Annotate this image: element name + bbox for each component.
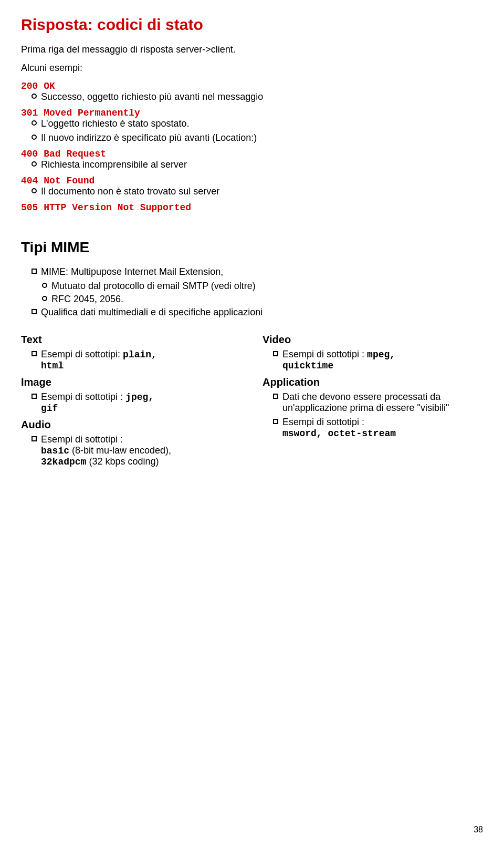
cat-application-item1: Dati che devono essere processati da un'… bbox=[273, 391, 483, 414]
mime-application-category: Application Dati che devono essere proce… bbox=[262, 376, 483, 439]
status-301-text2: Il nuovo indirizzo è specificato più ava… bbox=[41, 132, 257, 143]
code-505: 505 HTTP Version Not Supported bbox=[21, 202, 483, 213]
cat-image-item-text: Esempi di sottotipi : jpeg,gif bbox=[41, 391, 154, 414]
mime-item-1: MIME: Multipupose Internet Mail Extensio… bbox=[32, 266, 483, 277]
mime-image-category: Image Esempi di sottotipi : jpeg,gif bbox=[21, 376, 242, 414]
status-200-text: Successo, oggetto richiesto più avanti n… bbox=[41, 91, 263, 102]
mime-col-right: Video Esempi di sottotipi : mpeg,quickti… bbox=[262, 328, 483, 470]
mime-section: Tipi MIME MIME: Multipupose Internet Mai… bbox=[21, 239, 483, 318]
bullet-square-icon bbox=[32, 309, 37, 314]
status-301-bullet1: L'oggetto richiesto è stato spostato. bbox=[32, 118, 483, 129]
mime-sub1: Mutuato dal protocollo di email SMTP (ve… bbox=[42, 281, 483, 292]
cat-video-item: Esempi di sottotipi : mpeg,quicktime bbox=[273, 349, 483, 371]
cat-audio-label: Audio bbox=[21, 419, 242, 431]
status-400: 400 Bad Request Richiesta incomprensibil… bbox=[21, 149, 483, 170]
cat-application-label: Application bbox=[262, 376, 483, 388]
page-title: Risposta: codici di stato bbox=[21, 16, 483, 34]
intro-line1: Prima riga del messaggio di risposta ser… bbox=[21, 44, 483, 55]
cat-video-item-text: Esempi di sottotipi : mpeg,quicktime bbox=[282, 349, 395, 371]
bullet-circle-icon bbox=[32, 161, 37, 167]
bullet-circle-icon bbox=[42, 283, 47, 288]
mime-title: Tipi MIME bbox=[21, 239, 483, 256]
bullet-square-icon bbox=[32, 269, 37, 274]
status-301: 301 Moved Permanently L'oggetto richiest… bbox=[21, 108, 483, 143]
mime-sub1-text: Mutuato dal protocollo di email SMTP (ve… bbox=[51, 281, 256, 292]
status-200-bullet: Successo, oggetto richiesto più avanti n… bbox=[32, 91, 483, 102]
mime-audio-category: Audio Esempi di sottotipi :basic (8-bit … bbox=[21, 419, 242, 467]
cat-text-label: Text bbox=[21, 334, 242, 346]
mime-sub2-text: RFC 2045, 2056. bbox=[51, 294, 123, 305]
cat-audio-item-text: Esempi di sottotipi :basic (8-bit mu-law… bbox=[41, 434, 171, 467]
mime-item-2-text: Qualifica dati multimediali e di specifi… bbox=[41, 307, 262, 318]
status-400-text: Richiesta incomprensibile al server bbox=[41, 159, 187, 170]
bullet-square-icon bbox=[273, 394, 278, 399]
bullet-square-icon bbox=[32, 394, 37, 399]
status-404: 404 Not Found Il documento non è stato t… bbox=[21, 176, 483, 197]
bullet-square-icon bbox=[32, 351, 37, 356]
bullet-circle-icon bbox=[32, 135, 37, 140]
status-codes-section: 200 OK Successo, oggetto richiesto più a… bbox=[21, 81, 483, 213]
intro-line2: Alcuni esempi: bbox=[21, 63, 483, 74]
code-200: 200 OK bbox=[21, 81, 483, 91]
bullet-square-icon bbox=[273, 351, 278, 356]
bullet-circle-icon bbox=[32, 94, 37, 99]
bullet-circle-icon bbox=[32, 188, 37, 193]
cat-image-label: Image bbox=[21, 376, 242, 388]
cat-application-item2: Esempi di sottotipi :msword, octet-strea… bbox=[273, 417, 483, 439]
status-301-bullet2: Il nuovo indirizzo è specificato più ava… bbox=[32, 132, 483, 143]
status-404-bullet: Il documento non è stato trovato sul ser… bbox=[32, 186, 483, 197]
cat-text-item: Esempi di sottotipi: plain,html bbox=[32, 349, 242, 371]
status-301-text1: L'oggetto richiesto è stato spostato. bbox=[41, 118, 190, 129]
cat-video-label: Video bbox=[262, 334, 483, 346]
status-400-bullet: Richiesta incomprensibile al server bbox=[32, 159, 483, 170]
code-301: 301 Moved Permanently bbox=[21, 108, 483, 118]
status-505: 505 HTTP Version Not Supported bbox=[21, 202, 483, 213]
bullet-square-icon bbox=[273, 419, 278, 424]
bullet-square-icon bbox=[32, 436, 37, 441]
status-404-text: Il documento non è stato trovato sul ser… bbox=[41, 186, 219, 197]
mime-video-category: Video Esempi di sottotipi : mpeg,quickti… bbox=[262, 334, 483, 371]
mime-sub2: RFC 2045, 2056. bbox=[42, 294, 483, 305]
cat-image-item: Esempi di sottotipi : jpeg,gif bbox=[32, 391, 242, 414]
mime-text-category: Text Esempi di sottotipi: plain,html bbox=[21, 334, 242, 371]
code-400: 400 Bad Request bbox=[21, 149, 483, 159]
status-200: 200 OK Successo, oggetto richiesto più a… bbox=[21, 81, 483, 102]
mime-categories: Text Esempi di sottotipi: plain,html Ima… bbox=[21, 328, 483, 470]
bullet-circle-icon bbox=[42, 296, 47, 301]
page-number: 38 bbox=[474, 825, 483, 834]
mime-item-2: Qualifica dati multimediali e di specifi… bbox=[32, 307, 483, 318]
mime-col-left: Text Esempi di sottotipi: plain,html Ima… bbox=[21, 328, 242, 470]
mime-item-1-text: MIME: Multipupose Internet Mail Extensio… bbox=[41, 266, 223, 277]
cat-application-item2-text: Esempi di sottotipi :msword, octet-strea… bbox=[282, 417, 396, 439]
cat-audio-item: Esempi di sottotipi :basic (8-bit mu-law… bbox=[32, 434, 242, 467]
cat-text-item-text: Esempi di sottotipi: plain,html bbox=[41, 349, 157, 371]
cat-application-item1-text: Dati che devono essere processati da un'… bbox=[282, 391, 483, 414]
code-404: 404 Not Found bbox=[21, 176, 483, 186]
bullet-circle-icon bbox=[32, 120, 37, 126]
